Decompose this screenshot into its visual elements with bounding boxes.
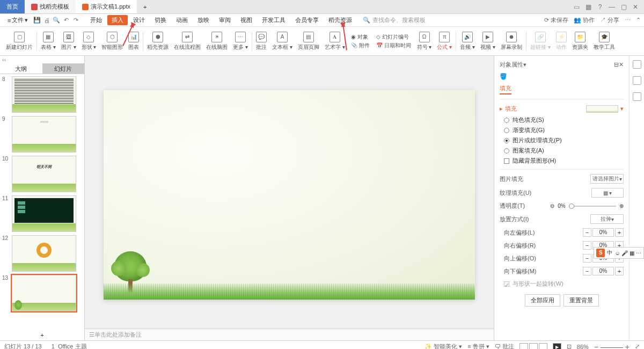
notes-area[interactable]: ☰ 单击此处添加备注 bbox=[85, 329, 494, 340]
status-notes[interactable]: 🗨 批注 bbox=[495, 343, 514, 349]
print-icon[interactable]: 🖨 bbox=[43, 17, 50, 24]
thumb-collapse[interactable]: ‹‹ bbox=[0, 56, 84, 63]
side-icon-3[interactable] bbox=[633, 92, 641, 101]
menu-review[interactable]: 审阅 bbox=[215, 16, 235, 24]
grid-icon[interactable]: ▦ bbox=[584, 3, 592, 11]
minimize-icon[interactable]: — bbox=[608, 3, 616, 11]
stepper-off-d[interactable]: −0%+ bbox=[583, 267, 624, 275]
ribbon-table[interactable]: ▦表格 ▾ bbox=[38, 32, 58, 51]
preview-icon[interactable]: 🔍 bbox=[53, 17, 60, 24]
zoom-expand[interactable]: ⤢ bbox=[635, 343, 640, 349]
props-close-icon[interactable]: ✕ bbox=[619, 61, 624, 68]
thumb-9[interactable]: ◇◇◇◇◇ bbox=[12, 116, 76, 152]
thumb-13[interactable] bbox=[12, 275, 76, 311]
ribbon-formula[interactable]: π公式 ▾ bbox=[434, 32, 455, 51]
ribbon-resfolder[interactable]: 📁资源夹 bbox=[569, 32, 591, 51]
bucket-icon[interactable]: 🪣 bbox=[500, 73, 507, 80]
thumb-12[interactable] bbox=[12, 235, 76, 272]
help-icon[interactable]: ? bbox=[596, 3, 604, 11]
ribbon-link[interactable]: 🔗超链接 ▾ bbox=[528, 32, 553, 51]
ribbon-hf[interactable]: ▤页眉页脚 bbox=[295, 32, 322, 51]
radio-picture[interactable]: 图片或纹理填充(P) bbox=[500, 136, 624, 144]
props-pin-icon[interactable]: ⊟ bbox=[614, 61, 619, 68]
coop-button[interactable]: 👥 协作 bbox=[574, 16, 595, 24]
status-typeset[interactable]: ≡ 鲁拼 ▾ bbox=[467, 343, 489, 349]
thumb-tab-slides[interactable]: 幻灯片 bbox=[42, 63, 85, 74]
more-icon[interactable]: ⋯ bbox=[625, 17, 631, 24]
ribbon-image[interactable]: 🖼图片 ▾ bbox=[58, 32, 79, 51]
thumb-tab-outline[interactable]: 大纲 bbox=[0, 63, 42, 74]
ribbon-action[interactable]: ⚡动作 bbox=[553, 32, 569, 51]
ribbon-attach[interactable]: 📎 附件 bbox=[351, 42, 370, 49]
unsaved-indicator[interactable]: ⟳ 未保存 bbox=[544, 16, 568, 24]
maximize-icon[interactable]: ▢ bbox=[619, 3, 628, 11]
props-tab-fill[interactable]: 填充 bbox=[500, 83, 511, 94]
fill-preview[interactable] bbox=[586, 105, 618, 113]
close-icon[interactable]: ✕ bbox=[631, 3, 640, 11]
undo-icon[interactable]: ↶ bbox=[62, 17, 70, 24]
zoom-fit[interactable]: ⊡ bbox=[567, 343, 572, 349]
select-picture[interactable]: 请选择图片 ▾ bbox=[590, 174, 624, 184]
ribbon-shape[interactable]: ◇形状 ▾ bbox=[79, 32, 99, 51]
reset-bg-button[interactable]: 重置背景 bbox=[564, 294, 599, 307]
thumb-10[interactable]: 明天不同 bbox=[12, 156, 76, 192]
tab-home[interactable]: 首页 bbox=[0, 0, 25, 13]
ribbon-new-slide[interactable]: ▢新建幻灯片 bbox=[3, 32, 35, 51]
checkbox-rotate[interactable]: ✓与形状一起旋转(W) bbox=[500, 280, 624, 288]
add-slide-button[interactable]: + bbox=[0, 330, 84, 340]
share-button[interactable]: ↗ 分享 bbox=[600, 16, 619, 24]
view-slideshow[interactable]: ▶ bbox=[553, 343, 561, 350]
select-tile[interactable]: 拉伸 ▾ bbox=[590, 214, 624, 224]
redo-icon[interactable]: ↷ bbox=[72, 17, 79, 24]
checkbox-hidebg[interactable]: 隐藏背景图形(H) bbox=[500, 157, 624, 165]
ribbon-object[interactable]: ◉ 对象 bbox=[351, 33, 370, 41]
ribbon-smart[interactable]: ⬡智能图形 bbox=[99, 32, 126, 51]
stepper-off-l[interactable]: −0%+ bbox=[583, 228, 624, 237]
section-fill[interactable]: ▸ 填充 ▾ bbox=[500, 105, 624, 113]
ribbon-teach[interactable]: 🎓教学工具 bbox=[591, 32, 618, 51]
side-icon-2[interactable] bbox=[633, 76, 641, 85]
ribbon-video[interactable]: ▶视频 ▾ bbox=[478, 32, 498, 51]
menu-anim[interactable]: 动画 bbox=[172, 16, 192, 24]
view-sorter[interactable] bbox=[529, 343, 538, 350]
collapse-ribbon-icon[interactable]: ⌃ bbox=[636, 17, 641, 24]
ribbon-textbox[interactable]: A文本框 ▾ bbox=[269, 32, 295, 51]
ribbon-datetime[interactable]: 📅 日期和时间 bbox=[376, 42, 411, 49]
tab-template[interactable]: 找稻壳模板 bbox=[25, 0, 76, 13]
layout-icon[interactable]: ▭ bbox=[572, 3, 581, 11]
tab-file[interactable]: 演示文稿1.pptx bbox=[76, 0, 137, 13]
thumb-8[interactable] bbox=[12, 76, 76, 113]
command-search[interactable]: 🔍 查找命令、搜索模板 bbox=[363, 16, 426, 24]
menu-transition[interactable]: 切换 bbox=[150, 16, 171, 24]
radio-gradient[interactable]: 渐变填充(G) bbox=[500, 126, 624, 134]
side-icon-1[interactable] bbox=[633, 60, 641, 69]
ribbon-dkres[interactable]: ⬢稻壳资源 bbox=[144, 32, 171, 51]
thumb-11[interactable] bbox=[12, 195, 76, 232]
ribbon-slide-number[interactable]: ◇ 幻灯片编号 bbox=[376, 33, 411, 41]
opacity-slider[interactable] bbox=[569, 206, 616, 207]
view-reading[interactable] bbox=[539, 343, 547, 350]
select-texture[interactable]: ▦ ▾ bbox=[591, 188, 624, 198]
save-icon[interactable]: 💾 bbox=[33, 17, 41, 24]
radio-pattern[interactable]: 图案填充(A) bbox=[500, 147, 624, 155]
ribbon-comment[interactable]: 💬批注 bbox=[253, 32, 269, 51]
ribbon-more[interactable]: ⋯更多 ▾ bbox=[230, 32, 251, 51]
ribbon-audio[interactable]: 🔊音频 ▾ bbox=[457, 32, 478, 51]
menu-begin[interactable]: 开始 bbox=[86, 16, 106, 24]
radio-solid[interactable]: 纯色填充(S) bbox=[500, 116, 624, 124]
menu-view[interactable]: 视图 bbox=[236, 16, 257, 24]
status-beautify[interactable]: ✨ 智能美化 ▾ bbox=[425, 343, 462, 349]
menu-vip[interactable]: 会员专享 bbox=[291, 16, 323, 24]
slide-canvas[interactable] bbox=[104, 90, 475, 300]
ribbon-olmind[interactable]: ☀在线脑图 bbox=[203, 32, 230, 51]
view-normal[interactable] bbox=[519, 343, 528, 350]
ime-toolbar[interactable]: S 中 ☺ 🎤 ▦ ⋯ bbox=[594, 247, 644, 259]
apply-all-button[interactable]: 全部应用 bbox=[525, 294, 560, 307]
ribbon-symbol[interactable]: Ω符号 ▾ bbox=[414, 32, 435, 51]
menu-show[interactable]: 放映 bbox=[193, 16, 214, 24]
zoom-value[interactable]: 86% bbox=[577, 344, 589, 350]
menu-dev[interactable]: 开发工具 bbox=[258, 16, 290, 24]
file-menu[interactable]: ≡ 文件 ▾ bbox=[3, 16, 32, 24]
ribbon-olflow[interactable]: ⇄在线流程图 bbox=[171, 32, 203, 51]
tab-new[interactable]: + bbox=[137, 0, 153, 13]
